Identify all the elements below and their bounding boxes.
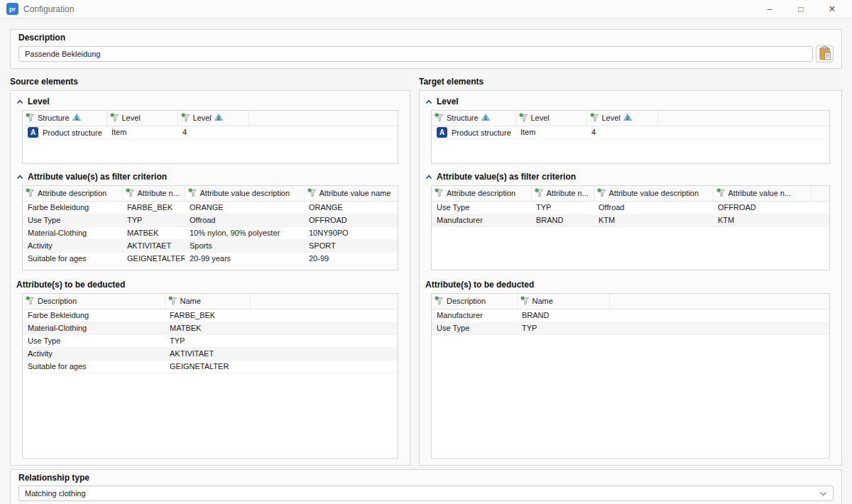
table-row[interactable]: Use TypeTYP (23, 334, 398, 347)
section-title: Attribute(s) to be deducted (16, 280, 125, 290)
filter-icon[interactable] (26, 296, 35, 307)
column-header-attribute-n-[interactable]: Attribute n... (531, 186, 594, 201)
cell-text: FARBE_BEK (127, 204, 173, 212)
table-cell: Farbe Bekleidung (23, 309, 165, 322)
column-label: Attribute value description (609, 189, 699, 197)
column-header-attribute-value-description[interactable]: Attribute value description (185, 186, 304, 201)
target-filter-section-header[interactable]: Attribute value(s) as filter criterion (425, 171, 836, 182)
filter-icon[interactable] (26, 113, 35, 124)
column-header-description[interactable]: Description (432, 294, 517, 309)
table-row[interactable]: Suitable for agesGEIGNETALTER (23, 360, 398, 373)
table-row[interactable]: Material-ClothingMATBEK10% nylon, 90% po… (23, 226, 398, 239)
table-row[interactable]: Use TypeTYPOffroadOFFROAD (432, 201, 829, 214)
filter-icon[interactable] (435, 296, 444, 307)
filter-icon[interactable] (435, 113, 444, 124)
table-row[interactable]: AProduct structureItem4 (23, 126, 398, 138)
paste-from-clipboard-button[interactable] (816, 45, 834, 62)
table-row[interactable]: Use TypeTYP (432, 322, 829, 334)
filter-icon[interactable] (519, 113, 528, 124)
filter-icon[interactable] (590, 113, 599, 124)
table-header-row: Structure1LevelLevel2 (23, 111, 398, 126)
filter-icon[interactable] (26, 188, 35, 199)
table-cell: Offroad (594, 201, 713, 214)
column-header-level[interactable]: Level (515, 111, 586, 126)
table-cell: MATBEK (165, 322, 250, 334)
filter-icon[interactable] (126, 188, 135, 199)
column-header-description[interactable]: Description (23, 294, 165, 309)
column-header-structure[interactable]: Structure1 (23, 111, 106, 126)
column-header-attribute-value-n-[interactable]: Attribute value n... (713, 186, 811, 201)
column-header-attribute-description[interactable]: Attribute description (23, 186, 122, 201)
column-label: Level (193, 114, 212, 122)
filter-icon[interactable] (188, 188, 197, 199)
cell-text: Material-Clothing (28, 229, 87, 238)
source-level-table: Structure1LevelLevel2 AProduct structure… (23, 111, 398, 139)
cell-text: AKTIVITAET (127, 242, 171, 251)
cell-text: Offroad (599, 204, 625, 212)
table-row[interactable]: Material-ClothingMATBEK (23, 322, 398, 334)
cell-text: 10% nylon, 90% polyester (190, 229, 280, 238)
sort-ascending-icon: 2 (214, 114, 223, 122)
table-cell: GEIGNETALTER (165, 360, 250, 373)
column-label: Level (531, 114, 550, 122)
svg-text:2: 2 (626, 116, 629, 121)
table-row[interactable]: Farbe BekleidungFARBE_BEKORANGEORANGE (23, 201, 398, 214)
column-header-attribute-n-[interactable]: Attribute n... (122, 186, 185, 201)
relationship-type-dropdown[interactable]: Matching clothing (18, 486, 834, 501)
table-row[interactable]: Suitable for agesGEIGNETALTER20-99 years… (23, 252, 398, 265)
table-cell: FARBE_BEK (165, 309, 250, 322)
source-filter-section-header[interactable]: Attribute value(s) as filter criterion (16, 171, 404, 182)
column-header-name[interactable]: Name (517, 294, 609, 309)
close-button[interactable]: ✕ (816, 0, 848, 18)
table-row[interactable]: Farbe BekleidungFARBE_BEK (23, 309, 398, 322)
column-header-attribute-value-name[interactable]: Attribute value name (304, 186, 398, 201)
source-level-section-header[interactable]: Level (16, 96, 404, 107)
column-header-attribute-value-description[interactable]: Attribute value description (594, 186, 713, 201)
filter-icon[interactable] (716, 188, 726, 199)
filter-icon[interactable] (168, 296, 178, 307)
cell-text: TYP (127, 217, 142, 225)
target-deducted-section-header: Attribute(s) to be deducted (425, 279, 836, 290)
minimize-button[interactable]: – (754, 0, 785, 18)
filter-icon[interactable] (110, 113, 119, 124)
column-header-level[interactable]: Level2 (178, 111, 248, 126)
cell-filler (609, 322, 829, 334)
maximize-button[interactable]: □ (785, 0, 816, 18)
table-cell: Manufacturer (432, 214, 531, 226)
filter-icon[interactable] (535, 188, 544, 199)
table-row[interactable]: ManufacturerBRAND (432, 309, 829, 322)
table-cell: ORANGE (185, 201, 304, 214)
filter-icon[interactable] (520, 296, 530, 307)
cell-text: BRAND (536, 217, 564, 225)
column-header-level[interactable]: Level2 (586, 111, 657, 126)
filter-icon[interactable] (597, 188, 606, 199)
cell-text: FARBE_BEK (170, 312, 215, 320)
table-row[interactable]: AProduct structureItem4 (432, 126, 829, 138)
table-row[interactable]: ManufacturerBRANDKTMKTM (432, 214, 829, 226)
column-header-structure[interactable]: Structure1 (432, 111, 515, 126)
filter-icon[interactable] (307, 188, 317, 199)
table-cell: Activity (23, 239, 122, 252)
source-elements-title: Source elements (10, 77, 410, 87)
target-level-section-header[interactable]: Level (425, 96, 836, 107)
table-cell: KTM (713, 214, 811, 226)
cell-text: 4 (182, 128, 187, 137)
filter-icon[interactable] (181, 113, 190, 124)
table-row[interactable]: ActivityAKTIVITAETSportsSPORT (23, 239, 398, 252)
filter-icon[interactable] (435, 188, 444, 199)
column-header-level[interactable]: Level (106, 111, 178, 126)
cell-filler (250, 334, 398, 347)
column-header-name[interactable]: Name (165, 294, 250, 309)
cell-text: Manufacturer (437, 312, 483, 320)
table-row[interactable]: ActivityAKTIVITAET (23, 347, 398, 360)
description-input[interactable] (18, 46, 813, 62)
table-cell: 4 (178, 126, 248, 138)
table-row[interactable]: Use TypeTYPOffroadOFFROAD (23, 214, 398, 226)
cell-filler (250, 347, 398, 360)
title-bar[interactable]: pr Configuration – □ ✕ (0, 0, 852, 18)
column-header-attribute-description[interactable]: Attribute description (432, 186, 531, 201)
target-level-table: Structure1LevelLevel2 AProduct structure… (432, 111, 829, 139)
section-title: Attribute(s) to be deducted (425, 280, 534, 290)
table-cell: AProduct structure (432, 126, 515, 138)
section-title: Attribute value(s) as filter criterion (437, 172, 576, 182)
